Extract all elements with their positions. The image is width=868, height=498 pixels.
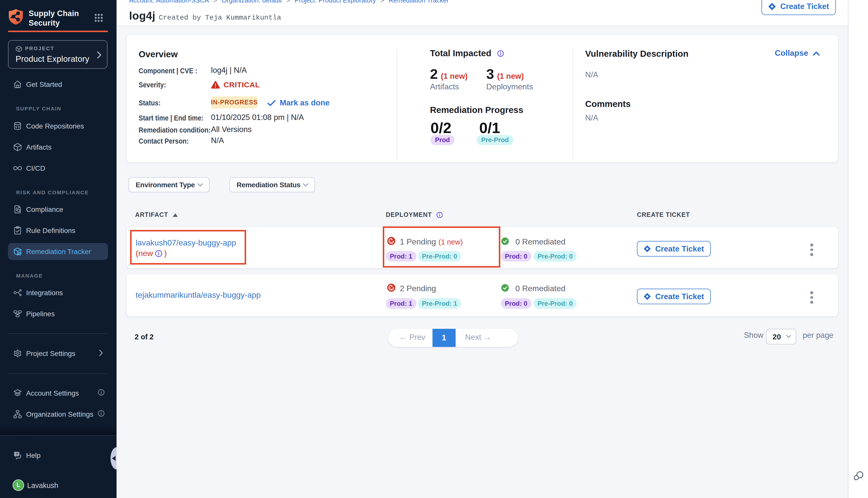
layers-icon: [13, 389, 22, 397]
sidebar-divider: [8, 333, 107, 334]
sidebar-item-get-started[interactable]: Get Started: [0, 76, 117, 93]
sidebar-item-code-repositories[interactable]: Code Repositories: [0, 117, 117, 134]
sidebar-section-manage: MANAGE: [16, 273, 43, 279]
total-impacted-heading: Total Impacted: [430, 48, 504, 59]
sidebar-item-pipelines[interactable]: Pipelines: [0, 305, 117, 322]
info-icon-svg: [98, 410, 104, 417]
collapse-link[interactable]: Collapse: [775, 49, 820, 58]
page-size-select[interactable]: 20: [766, 329, 796, 344]
sidebar-item-rule-definitions[interactable]: Rule Definitions: [0, 222, 117, 239]
status-badge: IN-PROGRESS: [211, 96, 257, 108]
sidebar-item-integrations[interactable]: Integrations: [0, 284, 117, 301]
remediation-box-edit-icon: [13, 247, 22, 256]
sidebar-item-account-settings[interactable]: Account Settings: [0, 384, 117, 402]
chat-bubbles-icon-svg: [853, 470, 864, 482]
sidebar-item-organization-settings[interactable]: Organization Settings: [0, 406, 117, 423]
page-subtitle: Created by Teja Kummarikuntla: [159, 14, 281, 22]
sidebar-footer-shadow: [0, 426, 117, 435]
sidebar-section-risk-and-compliance: RISK AND COMPLIANCE: [16, 189, 89, 195]
sidebar-item-artifacts[interactable]: Artifacts: [0, 139, 117, 156]
ticket-diamond-icon-svg: [768, 2, 776, 11]
field-label-contact: Contact Person:: [139, 136, 189, 145]
overview-heading: Overview: [139, 49, 178, 60]
chat-bubbles-icon[interactable]: [853, 470, 864, 482]
pagination: ← Prev 1 Next →: [388, 329, 518, 347]
info-icon[interactable]: [98, 410, 104, 417]
sidebar-item-compliance[interactable]: Compliance: [0, 201, 117, 218]
user-avatar[interactable]: L: [13, 480, 24, 491]
artifacts-stat: 2(1 new) Artifacts: [430, 66, 468, 82]
column-header-artifact[interactable]: ARTIFACT: [135, 211, 178, 218]
breadcrumb-separator: >: [287, 0, 290, 4]
infinity-icon: [13, 163, 22, 173]
field-label-status: Status:: [139, 99, 160, 107]
remediated-preprod-badge: Pre-Prod: 0: [533, 298, 576, 309]
kebab-dot: [810, 248, 813, 251]
info-icon[interactable]: [98, 389, 104, 396]
artifact-link[interactable]: tejakummarikuntla/easy-buggy-app: [135, 291, 261, 300]
ticket-diamond-icon-svg: [644, 245, 651, 252]
pagination-prev[interactable]: ← Prev: [399, 333, 425, 342]
pending-count: 2 Pending: [400, 284, 436, 293]
row-menu-kebab-icon[interactable]: [810, 291, 813, 305]
breadcrumb: Account: Automation-SSCA>Organization: d…: [129, 0, 449, 4]
preprod-pill: Pre-Prod: [477, 135, 513, 145]
sidebar-item-help[interactable]: ? Help: [0, 447, 117, 464]
breadcrumb-current[interactable]: Remediation Tracker: [389, 0, 449, 4]
create-ticket-button[interactable]: Create Ticket: [637, 289, 711, 304]
remediated-preprod-badge: Pre-Prod: 0: [533, 251, 576, 262]
help-chat-icon: ?: [13, 451, 22, 460]
annotation-box-artifact: [130, 230, 246, 265]
sidebar-item-project-settings[interactable]: Project Settings: [0, 345, 117, 362]
code-repository-icon-svg: [13, 121, 22, 131]
warning-triangle-icon: [211, 81, 220, 89]
pagination-next[interactable]: Next →: [465, 333, 491, 342]
breadcrumb-project[interactable]: Project: Product Exploratory: [295, 0, 376, 4]
breadcrumb-account[interactable]: Account: Automation-SSCA: [129, 0, 209, 4]
pagination-page-1[interactable]: 1: [432, 329, 456, 347]
cube-icon: [13, 143, 22, 152]
card-divider: [397, 48, 397, 160]
environment-type-filter[interactable]: Environment Type: [129, 177, 209, 192]
help-chat-icon-svg: ?: [13, 451, 23, 460]
create-ticket-button[interactable]: Create Ticket: [637, 241, 711, 257]
check-icon: [267, 100, 276, 106]
column-header-create-ticket: CREATE TICKET: [637, 211, 690, 218]
sidebar-item-remediation-tracker[interactable]: Remediation Tracker: [8, 243, 108, 260]
project-eyebrow: PROJECT: [25, 46, 54, 51]
breadcrumb-organization[interactable]: Organization: default: [222, 0, 282, 4]
project-cube-icon-svg: [16, 46, 22, 52]
app-grid-icon-svg: [94, 14, 103, 22]
brand-line1: Supply Chain: [29, 9, 94, 18]
field-label-severity: Severity:: [139, 80, 166, 89]
info-icon[interactable]: [497, 50, 504, 57]
brand-accent-rule: [8, 31, 108, 32]
table-row[interactable]: tejakummarikuntla/easy-buggy-app 2 Pendi…: [127, 274, 838, 316]
mark-as-done-link[interactable]: Mark as done: [267, 99, 329, 107]
pipelines-icon-svg: [13, 309, 22, 318]
pagination-show-label: Show: [744, 331, 764, 340]
info-icon[interactable]: [437, 212, 443, 218]
row-menu-kebab-icon[interactable]: [810, 244, 813, 258]
remediation-progress-heading: Remediation Progress: [430, 105, 523, 116]
column-header-deployment: DEPLOYMENT: [386, 211, 443, 218]
remediated-check-icon-svg: [501, 284, 509, 292]
field-label-component-cve: Component | CVE :: [139, 66, 197, 75]
sidebar-item-cicd[interactable]: CI/CD: [0, 160, 117, 177]
home-icon-svg: [13, 80, 22, 89]
pending-prod-badge: Prod: 1: [386, 298, 416, 309]
project-selector[interactable]: PROJECT Product Exploratory: [8, 40, 107, 69]
warning-triangle-icon-svg: [211, 81, 220, 89]
annotation-box-pending: [383, 226, 500, 267]
integrations-nodes-icon-svg: [13, 288, 22, 297]
brand-shield-icon: [8, 9, 24, 25]
remediated-count: 0 Remediated: [515, 237, 565, 247]
remediation-status-filter[interactable]: Remediation Status: [230, 177, 315, 192]
prod-progress: 0/2 Prod: [430, 119, 451, 136]
pending-preprod-badge: Pre-Prod: 1: [418, 298, 461, 309]
card-divider: [573, 48, 573, 160]
code-repository-icon: [13, 121, 22, 131]
app-grid-icon[interactable]: [94, 14, 103, 22]
create-ticket-button[interactable]: Create Ticket: [762, 0, 836, 15]
remediated-check-icon-svg: [501, 237, 509, 245]
